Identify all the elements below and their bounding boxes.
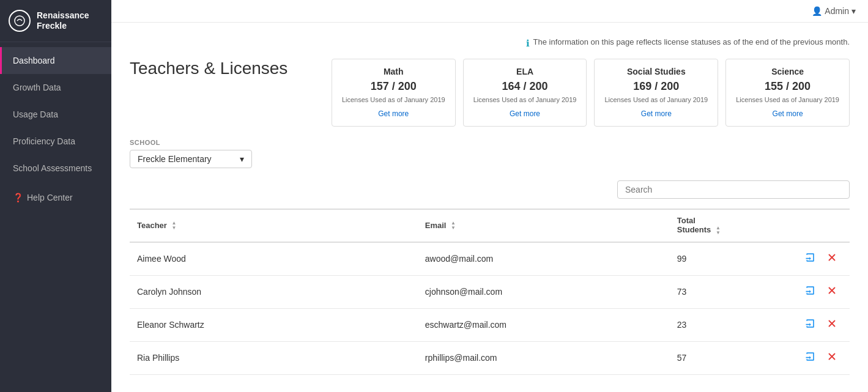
teacher-total-students: 57 (670, 341, 778, 374)
table-row: Aimee Wood awood@mail.com 99 (130, 242, 850, 276)
col-teacher[interactable]: Teacher ▲▼ (130, 210, 418, 242)
admin-person-icon: 👤 (812, 6, 822, 16)
sidebar-item-dashboard[interactable]: Dashboard (0, 47, 111, 74)
license-card-get-more-link[interactable]: Get more (641, 109, 672, 118)
table-row: Eleanor Schwartz eschwartz@mail.com 23 (130, 308, 850, 341)
main-content: 👤 Admin ▾ ℹ The information on this page… (111, 0, 868, 392)
login-as-teacher-button[interactable] (804, 350, 817, 366)
teacher-email: cjohnson@mail.com (418, 275, 670, 308)
row-actions (777, 275, 850, 308)
delete-teacher-button[interactable] (826, 285, 837, 299)
license-card-ela: ELA 164 / 200 Licenses Used as of Januar… (463, 59, 587, 127)
logo-icon (9, 10, 31, 32)
admin-dropdown-icon: ▾ (851, 6, 856, 16)
sidebar-item-growth-data[interactable]: Growth Data (0, 74, 111, 101)
teacher-total-students: 99 (670, 242, 778, 276)
col-email[interactable]: Email ▲▼ (418, 210, 670, 242)
app-name: Renaissance Freckle (37, 10, 89, 31)
license-card-count: 169 / 200 (604, 80, 708, 93)
info-banner-text: The information on this page reflects li… (533, 37, 850, 46)
license-card-get-more-link[interactable]: Get more (510, 109, 540, 118)
teacher-total-students: 73 (670, 275, 778, 308)
page-content: ℹ The information on this page reflects … (111, 23, 868, 392)
delete-teacher-button[interactable] (826, 351, 837, 365)
sidebar: Renaissance Freckle Dashboard Growth Dat… (0, 0, 111, 392)
license-card-get-more-link[interactable]: Get more (378, 109, 409, 118)
login-as-teacher-button[interactable] (804, 284, 817, 300)
school-section: SCHOOL Freckle Elementary ▾ (130, 139, 850, 168)
dropdown-chevron-icon: ▾ (240, 154, 244, 164)
sidebar-item-usage-data[interactable]: Usage Data (0, 101, 111, 128)
search-row (130, 180, 850, 199)
license-card-title: Science (736, 67, 839, 76)
help-icon: ❓ (13, 193, 23, 202)
license-card-social-studies: Social Studies 169 / 200 Licenses Used a… (594, 59, 718, 127)
delete-teacher-button[interactable] (826, 318, 837, 332)
teacher-sort-icons: ▲▼ (172, 221, 177, 231)
license-cards: Math 157 / 200 Licenses Used as of Janua… (332, 59, 850, 127)
license-card-sub: Licenses Used as of January 2019 (342, 95, 445, 104)
license-card-title: Social Studies (604, 67, 708, 76)
teacher-name: Ria Phillips (130, 341, 418, 374)
admin-menu[interactable]: 👤 Admin ▾ (812, 6, 856, 16)
license-card-get-more-link[interactable]: Get more (773, 109, 803, 118)
email-sort-icons: ▲▼ (451, 221, 456, 231)
row-actions (777, 242, 850, 276)
license-card-sub: Licenses Used as of January 2019 (473, 95, 577, 104)
teacher-name: Aimee Wood (130, 242, 418, 276)
license-card-science: Science 155 / 200 Licenses Used as of Ja… (725, 59, 850, 127)
teacher-email: awood@mail.com (418, 242, 670, 276)
delete-teacher-button[interactable] (826, 252, 837, 266)
license-card-count: 155 / 200 (736, 80, 839, 93)
table-row: Ria Phillips rphillips@mail.com 57 (130, 341, 850, 374)
info-icon: ℹ (526, 38, 530, 49)
svg-point-0 (15, 16, 24, 26)
header-row: Teachers & Licenses Math 157 / 200 Licen… (130, 59, 850, 127)
teacher-name: Eleanor Schwartz (130, 308, 418, 341)
teacher-email: rphillips@mail.com (418, 341, 670, 374)
school-selected-value: Freckle Elementary (138, 154, 212, 164)
row-actions (777, 341, 850, 374)
license-card-sub: Licenses Used as of January 2019 (604, 95, 708, 104)
col-actions (777, 210, 850, 242)
teachers-table: Teacher ▲▼ Email ▲▼ TotalStu (130, 209, 850, 375)
license-card-count: 164 / 200 (473, 80, 577, 93)
row-actions (777, 308, 850, 341)
sidebar-nav: Dashboard Growth Data Usage Data Profici… (0, 42, 111, 392)
table-header-row: Teacher ▲▼ Email ▲▼ TotalStu (130, 210, 850, 242)
table-row: Carolyn Johnson cjohnson@mail.com 73 (130, 275, 850, 308)
license-card-sub: Licenses Used as of January 2019 (736, 95, 839, 104)
login-as-teacher-button[interactable] (804, 317, 817, 333)
school-label: SCHOOL (130, 139, 850, 146)
sidebar-item-help-center[interactable]: ❓ Help Center (0, 184, 111, 211)
teacher-total-students: 23 (670, 308, 778, 341)
teacher-email: eschwartz@mail.com (418, 308, 670, 341)
students-sort-icons: ▲▼ (716, 226, 721, 235)
license-card-math: Math 157 / 200 Licenses Used as of Janua… (332, 59, 456, 127)
teacher-name: Carolyn Johnson (130, 275, 418, 308)
admin-label: Admin (825, 6, 849, 16)
license-card-title: Math (342, 67, 445, 76)
sidebar-item-school-assessments[interactable]: School Assessments (0, 155, 111, 182)
app-logo: Renaissance Freckle (0, 0, 111, 42)
sidebar-item-proficiency-data[interactable]: Proficiency Data (0, 128, 111, 155)
login-as-teacher-button[interactable] (804, 251, 817, 267)
info-banner: ℹ The information on this page reflects … (130, 37, 850, 49)
license-card-title: ELA (473, 67, 577, 76)
search-input[interactable] (617, 180, 850, 199)
topbar: 👤 Admin ▾ (111, 0, 868, 23)
col-total-students[interactable]: TotalStudents ▲▼ (670, 210, 778, 242)
page-title: Teachers & Licenses (130, 59, 287, 78)
license-card-count: 157 / 200 (342, 80, 445, 93)
school-dropdown[interactable]: Freckle Elementary ▾ (130, 150, 252, 168)
